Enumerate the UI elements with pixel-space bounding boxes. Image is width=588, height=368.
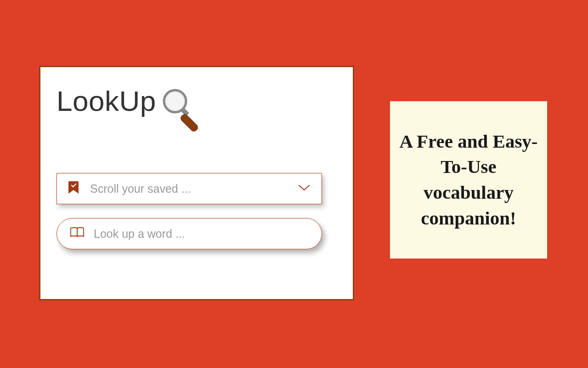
svg-rect-3 — [179, 113, 198, 132]
dropdown-placeholder: Scroll your saved ... — [90, 182, 298, 196]
bookmark-icon — [68, 181, 79, 196]
search-input[interactable] — [94, 227, 309, 241]
book-icon — [70, 227, 85, 241]
promo-box: A Free and Easy-To-Use vocabulary compan… — [390, 101, 547, 259]
logo-row: LookUp — [57, 85, 337, 140]
magnifying-glass-icon — [158, 87, 204, 140]
search-input-container[interactable] — [57, 218, 322, 249]
app-card: LookUp Scroll your saved ... — [39, 66, 354, 300]
promo-text: A Free and Easy-To-Use vocabulary compan… — [399, 129, 538, 231]
saved-words-dropdown[interactable]: Scroll your saved ... — [57, 173, 322, 204]
chevron-down-icon — [298, 184, 311, 194]
svg-point-1 — [166, 92, 184, 110]
app-title: LookUp — [57, 85, 156, 117]
